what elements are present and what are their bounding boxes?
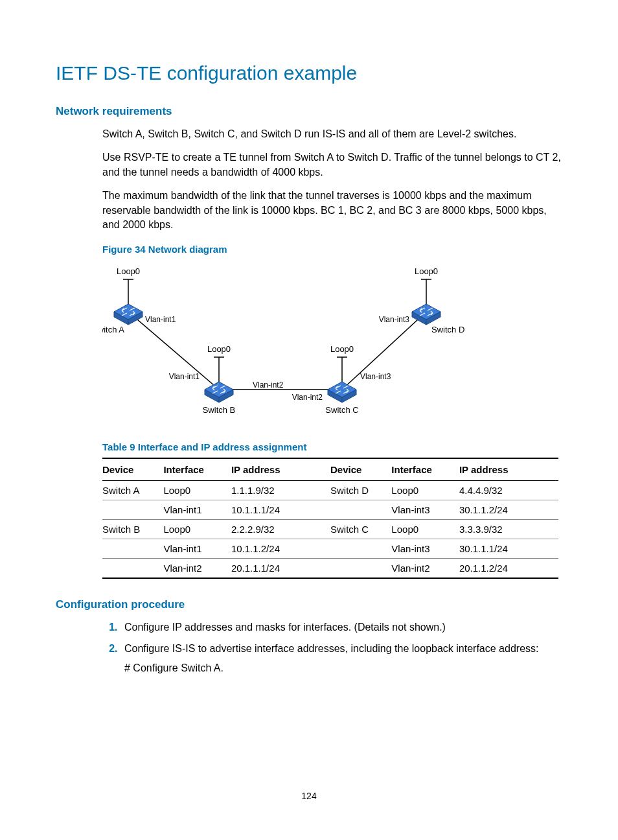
page-title: IETF DS-TE configuration example	[56, 62, 562, 84]
step-text: Configure IP addresses and masks for int…	[124, 622, 446, 633]
switch-name: Switch B	[203, 405, 236, 415]
port-label: Vlan-int1	[169, 372, 200, 381]
port-label: Vlan-int3	[360, 372, 391, 381]
procedure-steps: Configure IP addresses and masks for int…	[102, 620, 562, 675]
loop-label: Loop0	[207, 344, 231, 354]
paragraph: The maximum bandwidth of the link that t…	[102, 189, 562, 232]
table-row: Switch ALoop01.1.1.9/32 Switch DLoop04.4…	[102, 481, 558, 500]
step-text: Configure IS-IS to advertise interface a…	[124, 643, 538, 654]
switch-name: Switch A	[102, 325, 124, 334]
interface-table: Device Interface IP address Device Inter…	[102, 458, 558, 579]
list-item: Configure IP addresses and masks for int…	[120, 620, 562, 635]
paragraph: Use RSVP-TE to create a TE tunnel from S…	[102, 150, 562, 180]
switch-icon	[205, 382, 233, 402]
step-subtext: # Configure Switch A.	[124, 661, 562, 675]
port-label: Vlan-int1	[145, 315, 176, 324]
table-header: Interface	[163, 458, 231, 481]
table-row: Vlan-int220.1.1.1/24 Vlan-int220.1.1.2/2…	[102, 559, 558, 579]
port-label: Vlan-int3	[379, 315, 410, 324]
section-configuration-procedure: Configuration procedure	[56, 598, 562, 611]
table-row: Vlan-int110.1.1.2/24 Vlan-int330.1.1.1/2…	[102, 539, 558, 559]
table-row: Switch BLoop02.2.2.9/32 Switch CLoop03.3…	[102, 520, 558, 539]
page-number: 124	[0, 791, 618, 801]
switch-icon	[114, 304, 143, 325]
table-header: Interface	[391, 458, 459, 481]
switch-name: Switch D	[431, 325, 464, 334]
table-row: Vlan-int110.1.1.1/24 Vlan-int330.1.1.2/2…	[102, 500, 558, 520]
table-header: IP address	[459, 458, 558, 481]
table-header: Device	[102, 458, 163, 481]
list-item: Configure IS-IS to advertise interface a…	[120, 642, 562, 676]
port-label: Vlan-int2	[292, 393, 323, 402]
network-diagram: Loop0 Loop0 Loop0 Loop0 Switch A Switch …	[102, 260, 562, 422]
table-caption: Table 9 Interface and IP address assignm…	[102, 441, 562, 452]
figure-caption: Figure 34 Network diagram	[102, 244, 562, 255]
section-network-requirements: Network requirements	[56, 105, 562, 118]
switch-icon	[328, 382, 356, 402]
table-header: IP address	[231, 458, 330, 481]
loop-label: Loop0	[117, 266, 140, 276]
port-label: Vlan-int2	[253, 380, 284, 390]
paragraph: Switch A, Switch B, Switch C, and Switch…	[102, 127, 562, 141]
loop-label: Loop0	[415, 266, 438, 276]
loop-label: Loop0	[330, 344, 354, 354]
switch-name: Switch C	[325, 405, 358, 415]
table-header: Device	[330, 458, 391, 481]
